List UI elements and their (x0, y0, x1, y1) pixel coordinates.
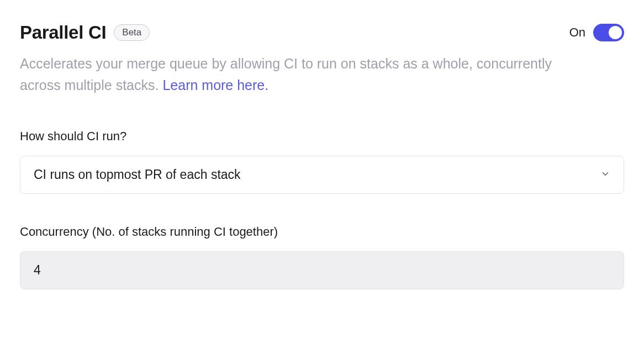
beta-badge: Beta (114, 24, 150, 41)
ci-run-label: How should CI run? (20, 129, 624, 144)
chevron-down-icon (600, 167, 610, 182)
concurrency-value-box[interactable]: 4 (20, 251, 624, 289)
ci-run-select[interactable]: CI runs on topmost PR of each stack (20, 156, 624, 194)
toggle-label: On (569, 25, 585, 40)
toggle-knob (609, 26, 622, 39)
learn-more-link[interactable]: Learn more here. (162, 77, 268, 93)
page-title: Parallel CI (20, 22, 106, 43)
ci-run-selected-value: CI runs on topmost PR of each stack (34, 167, 241, 182)
ci-run-select-wrapper: CI runs on topmost PR of each stack (20, 156, 624, 194)
title-group: Parallel CI Beta (20, 22, 150, 43)
ci-run-field: How should CI run? CI runs on topmost PR… (20, 129, 624, 194)
description-body: Accelerates your merge queue by allowing… (20, 56, 552, 93)
concurrency-field: Concurrency (No. of stacks running CI to… (20, 225, 624, 289)
concurrency-label: Concurrency (No. of stacks running CI to… (20, 225, 624, 239)
parallel-ci-toggle[interactable] (593, 24, 624, 41)
toggle-control: On (569, 24, 624, 41)
header-row: Parallel CI Beta On (20, 22, 624, 43)
description-text: Accelerates your merge queue by allowing… (20, 53, 572, 96)
